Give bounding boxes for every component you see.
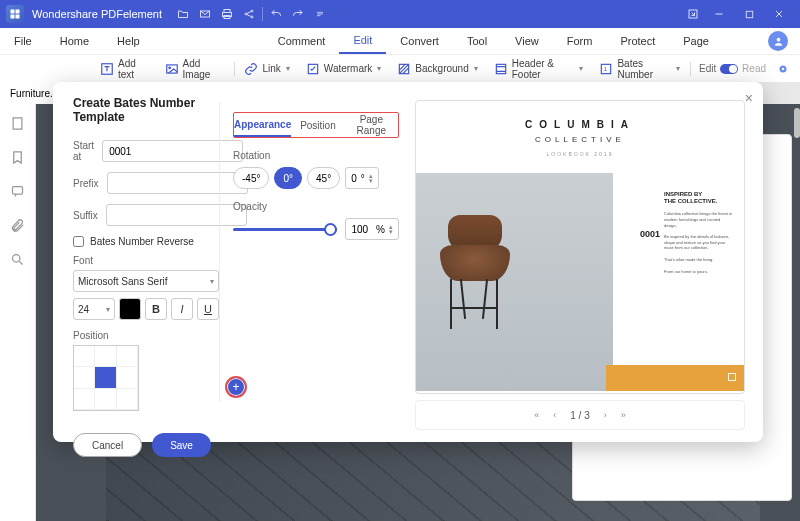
- opacity-input[interactable]: 100%▴▾: [345, 218, 399, 240]
- folder-icon[interactable]: [172, 4, 194, 24]
- slider-thumb[interactable]: [324, 223, 337, 236]
- titlebar: Wondershare PDFelement: [0, 0, 800, 28]
- prefix-input[interactable]: [107, 172, 248, 194]
- pos-mid-right[interactable]: [117, 367, 138, 388]
- rotation-45[interactable]: 45°: [307, 167, 340, 189]
- comments-icon[interactable]: [10, 184, 26, 200]
- bookmark-icon[interactable]: [10, 150, 26, 166]
- pos-mid-left[interactable]: [74, 367, 95, 388]
- mail-icon[interactable]: [194, 4, 216, 24]
- preview-logo-mark: [728, 373, 736, 381]
- attachment-icon[interactable]: [10, 218, 26, 234]
- suffix-input[interactable]: [106, 204, 247, 226]
- tool-link[interactable]: Link▾: [238, 62, 295, 76]
- pos-bot-left[interactable]: [74, 389, 95, 410]
- reverse-checkbox[interactable]: [73, 236, 84, 247]
- menu-help[interactable]: Help: [103, 35, 154, 47]
- header-footer-icon: [494, 62, 508, 76]
- suffix-label: Suffix: [73, 210, 98, 221]
- menu-convert[interactable]: Convert: [386, 35, 453, 47]
- italic-button[interactable]: I: [171, 298, 193, 320]
- undo-icon[interactable]: [265, 4, 287, 24]
- redo-icon[interactable]: [287, 4, 309, 24]
- pager-last-icon[interactable]: »: [621, 410, 626, 420]
- cancel-button[interactable]: Cancel: [73, 433, 142, 457]
- menu-view[interactable]: View: [501, 35, 553, 47]
- avatar[interactable]: [768, 31, 788, 51]
- font-label: Font: [73, 255, 219, 266]
- tab-position[interactable]: Position: [291, 120, 344, 131]
- rotation-custom-input[interactable]: 0°▴▾: [345, 167, 379, 189]
- tool-bates-number[interactable]: 1Bates Number▾: [593, 58, 686, 80]
- tab-appearance[interactable]: Appearance: [234, 113, 291, 137]
- save-button[interactable]: Save: [152, 433, 211, 457]
- close-icon[interactable]: [764, 4, 794, 24]
- svg-point-6: [251, 16, 253, 18]
- rotation-label: Rotation: [233, 150, 399, 161]
- tool-add-text[interactable]: Add text: [94, 58, 155, 80]
- pager-next-icon[interactable]: ›: [604, 410, 607, 420]
- font-select[interactable]: Microsoft Sans Serif▾: [73, 270, 219, 292]
- opacity-label: Opacity: [233, 201, 399, 212]
- pos-top-center[interactable]: [95, 346, 116, 367]
- menu-tool[interactable]: Tool: [453, 35, 501, 47]
- pager-first-icon[interactable]: «: [534, 410, 539, 420]
- rotation-neg45[interactable]: -45°: [233, 167, 269, 189]
- share-icon[interactable]: [238, 4, 260, 24]
- opacity-slider[interactable]: [233, 228, 337, 231]
- rotation-0[interactable]: 0°: [274, 167, 302, 189]
- tool-background[interactable]: Background▾: [391, 62, 483, 76]
- print-icon[interactable]: [216, 4, 238, 24]
- tool-add-image[interactable]: Add Image: [159, 58, 230, 80]
- menu-page[interactable]: Page: [669, 35, 723, 47]
- font-color-button[interactable]: [119, 298, 141, 320]
- start-at-input[interactable]: [102, 140, 243, 162]
- gear-icon[interactable]: [776, 62, 790, 76]
- thumbnails-icon[interactable]: [10, 116, 26, 132]
- pager-status: 1 / 3: [570, 410, 589, 421]
- preview-brand2: COLLECTIVE: [416, 135, 744, 144]
- edit-mode-label: Edit: [695, 63, 716, 74]
- svg-rect-8: [746, 11, 752, 17]
- maximize-icon[interactable]: [734, 4, 764, 24]
- preview-brand3: LOOKBOOK 2019: [416, 151, 744, 157]
- pos-mid-center[interactable]: [95, 367, 116, 388]
- page-preview: COLUMBIA COLLECTIVE LOOKBOOK 2019 0001 I…: [415, 100, 745, 394]
- edit-toggle[interactable]: [720, 64, 738, 74]
- image-icon: [165, 62, 179, 76]
- dialog-close-icon[interactable]: ×: [745, 90, 753, 106]
- menu-home[interactable]: Home: [46, 35, 103, 47]
- titlebar-dropdown-icon[interactable]: [309, 4, 331, 24]
- add-template-button[interactable]: +: [225, 376, 247, 398]
- position-grid: [73, 345, 139, 411]
- menu-protect[interactable]: Protect: [606, 35, 669, 47]
- popout-icon[interactable]: [682, 4, 704, 24]
- pos-bot-right[interactable]: [117, 389, 138, 410]
- pager-prev-icon[interactable]: ‹: [553, 410, 556, 420]
- menu-edit[interactable]: Edit: [339, 28, 386, 54]
- tab-page-range[interactable]: Page Range: [345, 114, 398, 136]
- menubar: File Home Help Comment Edit Convert Tool…: [0, 28, 800, 54]
- tool-watermark[interactable]: Watermark▾: [300, 62, 388, 76]
- pos-bot-center[interactable]: [95, 389, 116, 410]
- preview-text-column: INSPIRED BY THE COLLECTIVE. Columbia col…: [664, 191, 734, 274]
- scrollbar[interactable]: [794, 108, 800, 138]
- bold-button[interactable]: B: [145, 298, 167, 320]
- sidepanel: [0, 104, 36, 521]
- preview-brand1: COLUMBIA: [416, 119, 744, 130]
- underline-button[interactable]: U: [197, 298, 219, 320]
- search-icon[interactable]: [10, 252, 26, 268]
- minimize-icon[interactable]: [704, 4, 734, 24]
- menu-file[interactable]: File: [0, 35, 46, 47]
- menu-form[interactable]: Form: [553, 35, 607, 47]
- svg-rect-22: [12, 187, 22, 195]
- menu-comment[interactable]: Comment: [264, 35, 340, 47]
- pos-top-right[interactable]: [117, 346, 138, 367]
- font-size-select[interactable]: 24▾: [73, 298, 115, 320]
- start-at-label: Start at: [73, 140, 94, 162]
- pos-top-left[interactable]: [74, 346, 95, 367]
- tool-header-footer[interactable]: Header & Footer▾: [488, 58, 590, 80]
- text-icon: [100, 62, 114, 76]
- reverse-label: Bates Number Reverse: [90, 236, 194, 247]
- edit-toolbar: Add text Add Image Link▾ Watermark▾ Back…: [0, 54, 800, 82]
